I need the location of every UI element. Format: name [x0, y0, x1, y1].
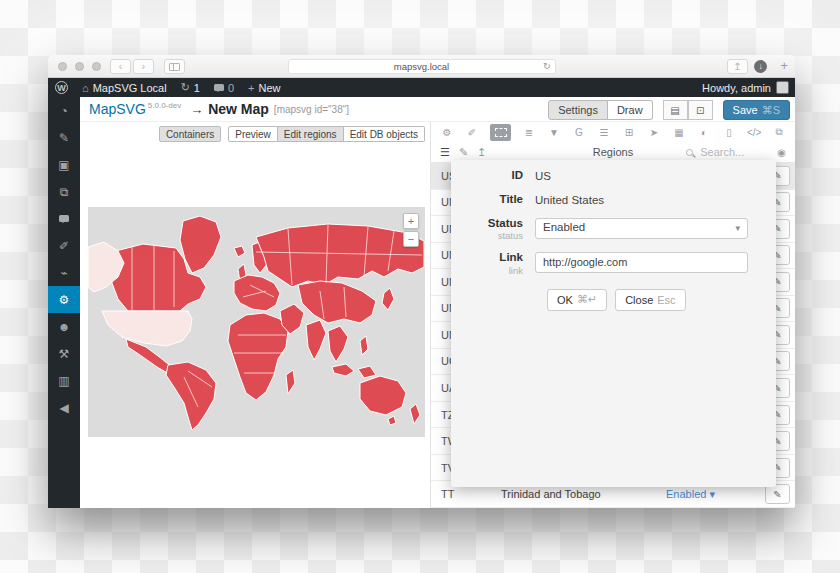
close-window-button[interactable]: [58, 62, 67, 71]
sidebar-item-dashboard[interactable]: ◔: [48, 97, 80, 124]
sidebar-item-tools[interactable]: ⚒: [48, 340, 80, 367]
mapsvg-header: MapSVG 5.0.0-dev → New Map [mapsvg id="3…: [80, 97, 795, 122]
image-icon[interactable]: ▦: [672, 127, 686, 138]
account-menu[interactable]: Howdy, admin: [702, 81, 789, 94]
updates-link[interactable]: ↻ 1: [174, 78, 207, 97]
chevron-down-icon: ▾: [735, 223, 740, 234]
save-shortcut: ⌘S: [762, 104, 780, 117]
sidebar-item-comments[interactable]: [48, 205, 80, 232]
avatar: [776, 81, 789, 94]
edit-regions-button[interactable]: Edit regions: [278, 126, 344, 142]
close-button[interactable]: Close Esc: [615, 289, 685, 311]
howdy-text: Howdy, admin: [702, 82, 771, 94]
code-icon[interactable]: </>: [747, 127, 761, 138]
sidebar-item-collapse[interactable]: ◀: [48, 394, 80, 421]
window-controls: [58, 62, 101, 71]
sidebar-item-appearance[interactable]: ✐: [48, 232, 80, 259]
preview-button[interactable]: Preview: [228, 126, 278, 142]
site-name-link[interactable]: ⌂ MapSVG Local: [75, 78, 174, 97]
region-title: Trinidad and Tobago: [501, 488, 666, 500]
marquee-box-icon: [495, 128, 507, 137]
status-selected-value: Enabled: [543, 221, 585, 235]
tools-icon: ⚒: [59, 347, 70, 361]
appearance-icon: ✐: [59, 239, 69, 253]
updates-icon: ↻: [181, 81, 190, 94]
search-input[interactable]: [700, 146, 770, 158]
layers-icon[interactable]: ⧉: [772, 126, 786, 138]
toggle-panels-button[interactable]: ⊡: [688, 100, 713, 120]
file-page-icon[interactable]: ▯: [722, 127, 736, 138]
edit-regions-marquee-icon[interactable]: [490, 124, 511, 141]
site-name: MapSVG Local: [93, 82, 167, 94]
settings-gear-icon[interactable]: ⚙: [440, 127, 454, 138]
save-label: Save: [733, 104, 758, 116]
eye-icon[interactable]: ◉: [777, 147, 786, 158]
home-icon: ⌂: [82, 82, 89, 94]
save-button[interactable]: Save ⌘S: [723, 100, 790, 120]
zoom-window-button[interactable]: [92, 62, 101, 71]
status-value: Enabled: [666, 488, 706, 500]
sidebar-item-pages[interactable]: ⧉: [48, 178, 80, 205]
link-label: Linklink: [451, 251, 535, 276]
sidebar-item-users[interactable]: ☻: [48, 313, 80, 340]
status-select[interactable]: Enabled ▾: [535, 218, 748, 239]
sidebar-item-plugins[interactable]: ⌁: [48, 259, 80, 286]
reload-icon[interactable]: ↻: [543, 61, 551, 71]
paint-brush-icon[interactable]: ✐: [465, 127, 479, 138]
new-tab-button[interactable]: +: [780, 58, 788, 73]
downloads-button[interactable]: ↓: [754, 60, 767, 73]
address-bar[interactable]: mapsvg.local ↻: [288, 59, 556, 74]
sidebar-item-settings[interactable]: ▥: [48, 367, 80, 394]
map-zoom-controls: + −: [403, 213, 419, 247]
sidebar-item-mapsvg[interactable]: ⚙: [48, 286, 80, 313]
link-sublabel: link: [451, 265, 523, 276]
settings-tab-button[interactable]: Settings: [548, 100, 608, 120]
wp-admin-bar: W ⌂ MapSVG Local ↻ 1 0 + New Howdy, admi…: [48, 78, 795, 97]
map-icon: ▤: [670, 105, 679, 116]
region-edit-popup: ID US Title United States Statusstatus E…: [451, 160, 776, 487]
sidebar-item-posts[interactable]: ✎: [48, 124, 80, 151]
zoom-out-button[interactable]: −: [403, 231, 419, 247]
title-value: United States: [535, 193, 776, 208]
filter-funnel-icon[interactable]: ▼: [547, 127, 561, 138]
menu-list-icon[interactable]: ☰: [597, 127, 611, 138]
comments-count: 0: [228, 82, 234, 94]
region-status-dropdown[interactable]: Enabled ▾: [666, 488, 715, 501]
world-map-canvas[interactable]: + −: [88, 207, 425, 437]
updates-count: 1: [194, 82, 200, 94]
directions-icon[interactable]: G: [572, 127, 586, 138]
edit-region-button[interactable]: ✎: [765, 484, 790, 504]
regions-panel: ⚙ ✐ ≣ ▼ G ☰ ⊞ ➤ ▦ ◐ ▯ </> ⧉ ☰: [430, 122, 795, 508]
ok-button[interactable]: OK ⌘↵: [547, 289, 607, 311]
posts-pin-icon: ✎: [59, 131, 69, 145]
details-card-icon[interactable]: ⊞: [622, 127, 636, 138]
plugins-icon: ⌁: [60, 266, 67, 280]
mapsvg-brand[interactable]: MapSVG: [89, 101, 146, 117]
wordpress-logo-icon: W: [55, 81, 68, 94]
status-label: Statusstatus: [451, 217, 535, 242]
cursor-arrow-icon[interactable]: ➤: [647, 127, 661, 138]
new-content-menu[interactable]: + New: [241, 78, 287, 97]
draw-tab-button[interactable]: Draw: [608, 100, 653, 120]
view-map-button[interactable]: ▤: [663, 100, 688, 120]
sidebar-item-media[interactable]: ▣: [48, 151, 80, 178]
comments-link[interactable]: 0: [207, 78, 241, 97]
new-label: New: [259, 82, 281, 94]
share-button[interactable]: ↥: [727, 59, 748, 74]
database-icon[interactable]: ≣: [522, 127, 536, 138]
mac-browser-window: ‹ › mapsvg.local ↻ ↥ ↓ + W ⌂ MapSVG Loca…: [48, 55, 795, 508]
browser-sidebar-button[interactable]: [164, 59, 185, 74]
wp-logo-menu[interactable]: W: [48, 78, 75, 97]
browser-back-button[interactable]: ‹: [110, 59, 131, 74]
toggle-contrast-icon[interactable]: ◐: [697, 127, 711, 138]
edit-db-objects-button[interactable]: Edit DB objects: [344, 126, 425, 142]
browser-forward-button[interactable]: ›: [133, 59, 154, 74]
status-sublabel: status: [451, 230, 523, 241]
containers-button[interactable]: Containers: [159, 126, 221, 142]
zoom-in-button[interactable]: +: [403, 213, 419, 229]
link-input[interactable]: [535, 252, 748, 273]
title-label: Title: [451, 193, 535, 207]
minimize-window-button[interactable]: [75, 62, 84, 71]
comments-bubble-icon: [59, 215, 69, 222]
ok-label: OK: [557, 294, 573, 306]
